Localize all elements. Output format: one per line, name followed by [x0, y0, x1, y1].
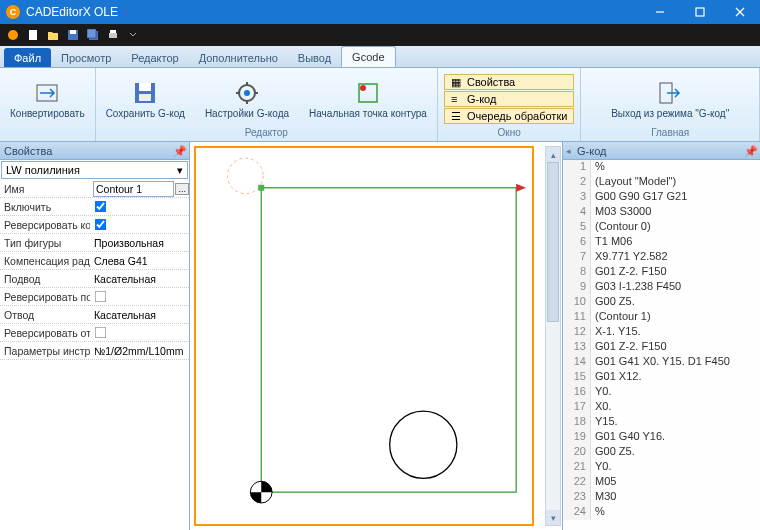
property-value[interactable]: ... [90, 182, 189, 196]
property-value[interactable]: Слева G41 [90, 255, 189, 267]
exit-icon [656, 79, 684, 107]
gcode-line[interactable]: 9G03 I-1.238 F450 [563, 280, 760, 295]
gcode-line[interactable]: 22M05 [563, 475, 760, 490]
property-value[interactable] [90, 290, 189, 303]
qat-logo-icon[interactable] [4, 26, 22, 44]
property-value[interactable]: Касательная [90, 273, 189, 285]
print-icon[interactable] [104, 26, 122, 44]
gcode-line[interactable]: 12X-1. Y15. [563, 325, 760, 340]
gcode-settings-button[interactable]: Настройки G-кода [201, 77, 293, 121]
scroll-down-icon[interactable]: ▾ [546, 510, 560, 525]
gcode-line[interactable]: 4M03 S3000 [563, 205, 760, 220]
property-name: Реверсировать от [0, 327, 90, 339]
save-all-icon[interactable] [84, 26, 102, 44]
gcode-line[interactable]: 5(Contour 0) [563, 220, 760, 235]
property-value[interactable]: №1/Ø2mm/L10mm [90, 345, 189, 357]
svg-rect-11 [110, 30, 116, 33]
gcode-line[interactable]: 24% [563, 505, 760, 520]
property-value[interactable] [90, 218, 189, 231]
ellipsis-button[interactable]: ... [175, 183, 189, 195]
gcode-line[interactable]: 23M30 [563, 490, 760, 505]
ribbon-group-editor: Сохранить G-код Настройки G-кода Начальн… [96, 68, 438, 141]
property-row: ОтводКасательная [0, 306, 189, 324]
exit-gcode-button[interactable]: Выход из режима "G-код" [607, 77, 733, 121]
svg-rect-10 [109, 33, 117, 38]
gcode-line[interactable]: 19G01 G40 Y16. [563, 430, 760, 445]
gcode-line[interactable]: 6T1 M06 [563, 235, 760, 250]
start-point-button[interactable]: Начальная точка контура [305, 77, 431, 121]
property-value[interactable]: Касательная [90, 309, 189, 321]
property-value[interactable]: Произвольная [90, 237, 189, 249]
gcode-line[interactable]: 16Y0. [563, 385, 760, 400]
toggle-gcode-button[interactable]: ≡G-код [444, 91, 574, 107]
property-value[interactable] [90, 326, 189, 339]
gcode-line[interactable]: 21Y0. [563, 460, 760, 475]
menu-output[interactable]: Вывод [288, 48, 341, 67]
gcode-line[interactable]: 3G00 G90 G17 G21 [563, 190, 760, 205]
menu-advanced[interactable]: Дополнительно [189, 48, 288, 67]
qat-dropdown-icon[interactable] [124, 26, 142, 44]
property-row: Компенсация радиСлева G41 [0, 252, 189, 270]
line-number: 12 [563, 325, 591, 340]
gcode-line[interactable]: 1% [563, 160, 760, 175]
queue-icon: ☰ [451, 110, 463, 122]
svg-rect-1 [696, 8, 704, 16]
line-text: G00 Z5. [591, 445, 635, 460]
gcode-line[interactable]: 2(Layout "Model") [563, 175, 760, 190]
property-text-input[interactable] [94, 182, 173, 196]
line-text: M05 [591, 475, 616, 490]
gcode-line[interactable]: 17X0. [563, 400, 760, 415]
menu-editor[interactable]: Редактор [121, 48, 188, 67]
gcode-line[interactable]: 7X9.771 Y2.582 [563, 250, 760, 265]
scroll-up-icon[interactable]: ▴ [546, 147, 560, 162]
gcode-line[interactable]: 8G01 Z-2. F150 [563, 265, 760, 280]
gcode-line[interactable]: 11(Contour 1) [563, 310, 760, 325]
convert-button[interactable]: Конвертировать [6, 77, 89, 121]
vertical-scrollbar[interactable]: ▴ ▾ [545, 146, 561, 526]
save-gcode-button[interactable]: Сохранить G-код [102, 77, 189, 121]
pin-icon[interactable]: 📌 [173, 145, 185, 157]
gcode-line[interactable]: 20G00 Z5. [563, 445, 760, 460]
toggle-queue-button[interactable]: ☰Очередь обработки [444, 108, 574, 124]
menu-view[interactable]: Просмотр [51, 48, 121, 67]
gcode-icon: ≡ [451, 93, 463, 105]
open-icon[interactable] [44, 26, 62, 44]
gcode-editor[interactable]: 1%2(Layout "Model")3G00 G90 G17 G214M03 … [563, 160, 760, 530]
svg-rect-9 [87, 29, 96, 38]
pin-icon[interactable]: 📌 [744, 145, 756, 157]
scroll-thumb[interactable] [547, 162, 559, 322]
menu-file[interactable]: Файл [4, 48, 51, 67]
gcode-line[interactable]: 10G00 Z5. [563, 295, 760, 310]
maximize-button[interactable] [680, 0, 720, 24]
line-number: 6 [563, 235, 591, 250]
gcode-line[interactable]: 14G01 G41 X0. Y15. D1 F450 [563, 355, 760, 370]
properties-header: Свойства 📌 [0, 142, 189, 160]
gcode-line[interactable]: 18Y15. [563, 415, 760, 430]
save-icon[interactable] [64, 26, 82, 44]
new-icon[interactable] [24, 26, 42, 44]
menu-gcode[interactable]: Gcode [341, 46, 395, 67]
panel-collapse-icon[interactable]: ◂ [563, 142, 573, 160]
property-row: Тип фигурыПроизвольная [0, 234, 189, 252]
line-number: 8 [563, 265, 591, 280]
line-number: 10 [563, 295, 591, 310]
property-checkbox[interactable] [95, 201, 107, 213]
line-text: X-1. Y15. [591, 325, 641, 340]
gcode-line[interactable]: 13G01 Z-2. F150 [563, 340, 760, 355]
canvas-area[interactable]: ▴ ▾ [190, 142, 562, 530]
property-checkbox[interactable] [95, 327, 107, 339]
close-button[interactable] [720, 0, 760, 24]
property-row: Имя... [0, 180, 189, 198]
toggle-properties-button[interactable]: ▦Свойства [444, 74, 574, 90]
minimize-button[interactable] [640, 0, 680, 24]
property-value[interactable] [90, 200, 189, 213]
property-row: Реверсировать ко [0, 216, 189, 234]
property-checkbox[interactable] [95, 219, 107, 231]
entity-selector[interactable]: LW полилиния ▾ [1, 161, 188, 179]
gcode-line[interactable]: 15G01 X12. [563, 370, 760, 385]
line-number: 14 [563, 355, 591, 370]
property-checkbox[interactable] [95, 291, 107, 303]
property-name: Реверсировать по [0, 291, 90, 303]
properties-icon: ▦ [451, 76, 463, 88]
line-text: G01 Z-2. F150 [591, 340, 667, 355]
